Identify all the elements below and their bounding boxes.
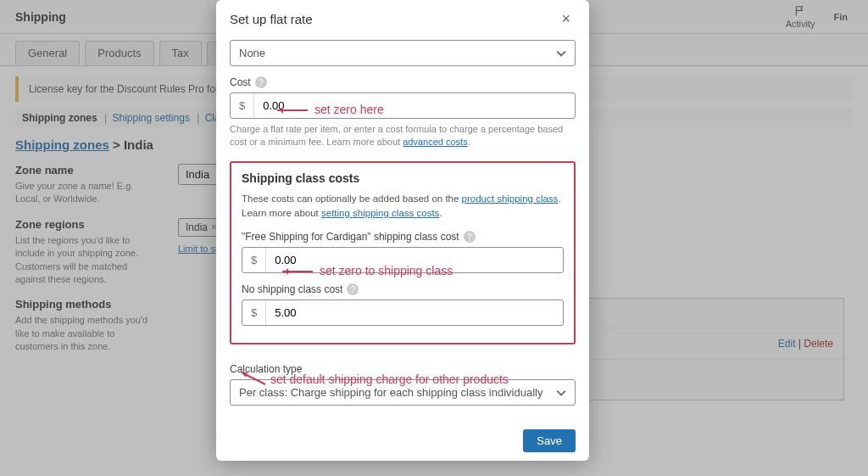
no-class-cost-input[interactable] [266,300,563,325]
class-cost-field: $ [242,247,564,273]
currency-symbol: $ [231,93,254,118]
no-class-cost-field: $ [242,300,564,326]
calc-type-select[interactable]: Per class: Charge shipping for each ship… [230,379,576,406]
cost-field: $ [230,92,576,119]
chevron-down-icon [556,48,566,59]
chevron-down-icon [556,388,566,398]
help-icon[interactable]: ? [347,283,359,295]
class-cost-label: "Free Shipping for Cardigan" shipping cl… [242,231,459,243]
flat-rate-modal: Set up flat rate × None Cost ? $ set zer… [216,0,589,461]
help-icon[interactable]: ? [255,76,267,88]
currency-symbol: $ [242,248,266,272]
no-class-cost-label: No shipping class cost [242,283,342,295]
product-shipping-class-link[interactable]: product shipping class [462,193,559,204]
calc-type-label: Calculation type [230,363,302,375]
calc-type-value: Per class: Charge shipping for each ship… [239,386,542,399]
shipping-class-costs-intro: These costs can optionally be added base… [242,192,564,221]
class-cost-input[interactable] [266,248,563,272]
cost-label: Cost [230,76,251,88]
setting-shipping-class-costs-link[interactable]: setting shipping class costs [321,208,439,218]
save-button[interactable]: Save [523,429,576,452]
shipping-class-costs-heading: Shipping class costs [242,171,564,185]
tax-status-value: None [239,47,265,59]
cost-input[interactable] [254,93,575,118]
cost-description: Charge a flat rate per item, or enter a … [230,123,576,149]
modal-close-button[interactable]: × [556,8,576,30]
help-icon[interactable]: ? [464,231,476,243]
modal-title: Set up flat rate [230,12,313,26]
advanced-costs-link[interactable]: advanced costs [403,137,467,147]
currency-symbol: $ [242,300,266,325]
tax-status-select[interactable]: None [230,40,576,66]
